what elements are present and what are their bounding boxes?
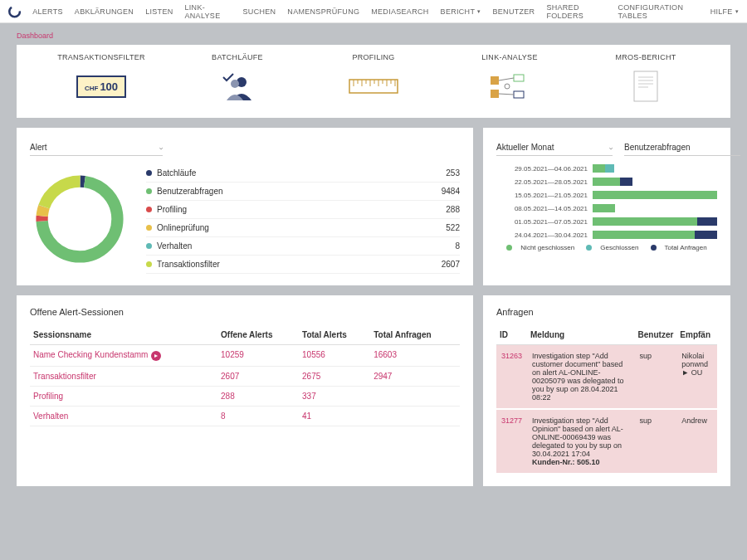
table-cell[interactable]: 2675	[299, 366, 370, 386]
topbar: ALERTSABKLÄRUNGENLISTENLINK-ANALYSESUCHE…	[0, 0, 747, 23]
hbar-legend-item: Nicht geschlossen	[506, 244, 574, 251]
legend-row: Batchläufe253	[146, 164, 460, 183]
nav-item[interactable]: NAMENSPRÜFUNG	[287, 3, 359, 20]
anfragen-emp: Andrew	[676, 409, 717, 474]
legend-value: 2607	[410, 260, 460, 269]
tile[interactable]: TRANSAKTIONSFILTERCHF100	[39, 53, 164, 103]
session-name-link[interactable]: Name Checking Kundenstamm▸	[30, 345, 217, 367]
table-row: Verhalten841	[30, 406, 460, 426]
nav-item[interactable]: SHARED FOLDERS	[546, 3, 606, 20]
anfragen-id[interactable]: 31277	[496, 409, 527, 474]
nav-item[interactable]: LINK-ANALYSE	[184, 3, 231, 20]
select-value: Benutzerabfragen	[624, 143, 691, 152]
svg-rect-15	[491, 76, 499, 85]
table-cell[interactable]: 10259	[217, 345, 299, 367]
tile[interactable]: BATCHLÄUFE	[175, 53, 300, 103]
chevron-down-icon: ⌵	[159, 144, 163, 151]
tile-label: MROS-BERICHT	[583, 53, 708, 61]
legend-label: Profiling	[157, 205, 410, 214]
app-logo-icon	[8, 5, 21, 18]
chevron-down-icon: ▾	[735, 8, 739, 15]
table-cell[interactable]: 288	[217, 386, 299, 406]
anfragen-msg: Investigation step "Add customer documen…	[527, 345, 635, 410]
breadcrumb[interactable]: Dashboard	[17, 32, 730, 40]
table-header: Benutzer	[635, 325, 677, 345]
table-header: ID	[496, 325, 527, 345]
hbar-legend-item: Geschlossen	[586, 244, 638, 251]
legend-value: 8	[410, 241, 460, 251]
nav-item[interactable]: LISTEN	[145, 3, 173, 20]
legend-dot-icon	[506, 245, 512, 251]
legend-label: Verhalten	[157, 241, 410, 251]
nav-item[interactable]: SUCHEN	[243, 3, 276, 20]
donut-panel: Alert ⌵ Batchläufe253Benutzerabfragen948…	[17, 128, 473, 285]
table-header: Meldung	[527, 325, 635, 345]
table-cell[interactable]	[370, 386, 460, 406]
table-cell[interactable]: 337	[299, 386, 370, 406]
svg-rect-3	[349, 80, 398, 93]
svg-rect-22	[634, 71, 657, 101]
legend-value: 522	[410, 223, 460, 232]
expand-icon[interactable]: ▸	[151, 351, 161, 361]
diagram-icon	[447, 70, 572, 103]
anfragen-row[interactable]: 31263Investigation step "Add customer do…	[496, 345, 717, 410]
svg-point-32	[42, 182, 118, 257]
nav-item[interactable]: ALERTS	[32, 3, 63, 20]
period-select[interactable]: Aktueller Monat ⌵	[496, 139, 613, 156]
legend-dot-icon	[146, 188, 152, 194]
tile[interactable]: PROFILING	[311, 53, 436, 103]
chevron-down-icon: ▾	[477, 8, 481, 15]
legend-value: 253	[410, 168, 460, 178]
svg-rect-16	[491, 90, 499, 98]
nav-item[interactable]: BENUTZER	[493, 3, 535, 20]
legend-label: Geschlossen	[600, 244, 638, 251]
donut-legend: Batchläufe253Benutzerabfragen9484Profili…	[146, 164, 460, 274]
anfragen-emp: Nikolai ponwnd ► OU	[676, 345, 717, 410]
hbar-track	[593, 164, 717, 173]
table-cell[interactable]: 2947	[370, 366, 460, 386]
hbar-track	[593, 217, 717, 226]
tile-label: TRANSAKTIONSFILTER	[39, 53, 164, 61]
tile[interactable]: MROS-BERICHT	[583, 53, 708, 103]
table-cell[interactable]: 8	[217, 406, 299, 426]
hbar-track	[593, 231, 717, 239]
panel-title: Anfragen	[496, 307, 717, 317]
nav-item[interactable]: MEDIASEARCH	[371, 3, 428, 20]
hbar-label: 24.04.2021—30.04.2021	[496, 231, 588, 239]
alert-select[interactable]: Alert ⌵	[30, 139, 163, 156]
nav-item[interactable]: CONFIGURATION TABLES	[618, 3, 698, 20]
nav-item[interactable]: HILFE▾	[710, 3, 739, 20]
session-name-link[interactable]: Verhalten	[30, 406, 217, 426]
nav-item[interactable]: BERICHT▾	[441, 3, 481, 20]
hbar-legend-item: Total Anfragen	[651, 244, 707, 251]
people-icon	[175, 70, 300, 103]
anfragen-id[interactable]: 31263	[496, 345, 527, 410]
table-cell[interactable]: 10556	[299, 345, 370, 367]
nav-item[interactable]: ABKLÄRUNGEN	[75, 3, 134, 20]
legend-dot-icon	[146, 243, 152, 249]
hbar-segment	[605, 164, 614, 173]
anfragen-row[interactable]: 31277Investigation step "Add Opinion" ba…	[496, 409, 717, 474]
table-cell[interactable]: 41	[299, 406, 370, 426]
table-header: Sessionsname	[30, 325, 217, 345]
hbar-row: 08.05.2021—14.05.2021	[496, 204, 717, 212]
hbar-panel: Aktueller Monat ⌵ Benutzerabfragen 29.05…	[483, 128, 730, 285]
legend-label: Transaktionsfilter	[157, 260, 410, 269]
hbar-row: 15.05.2021—21.05.2021	[496, 191, 717, 199]
chf-icon: CHF100	[39, 70, 164, 103]
table-cell[interactable]	[370, 406, 460, 426]
session-name-link[interactable]: Transaktionsfilter	[30, 366, 217, 386]
table-cell[interactable]: 2607	[217, 366, 299, 386]
table-cell[interactable]: 16603	[370, 345, 460, 367]
hbar-segment	[695, 231, 717, 239]
tile[interactable]: LINK-ANALYSE	[447, 53, 572, 103]
legend-dot-icon	[586, 245, 592, 251]
panel-title: Offene Alert-Sessionen	[30, 307, 460, 317]
hbar-track	[593, 204, 717, 212]
hbar-row: 29.05.2021—04.06.2021	[496, 164, 717, 173]
session-name-link[interactable]: Profiling	[30, 386, 217, 406]
query-select[interactable]: Benutzerabfragen	[624, 139, 740, 156]
hbar-label: 01.05.2021—07.05.2021	[496, 218, 588, 226]
hbar-segment	[593, 204, 615, 212]
table-row: Transaktionsfilter260726752947	[30, 366, 460, 386]
